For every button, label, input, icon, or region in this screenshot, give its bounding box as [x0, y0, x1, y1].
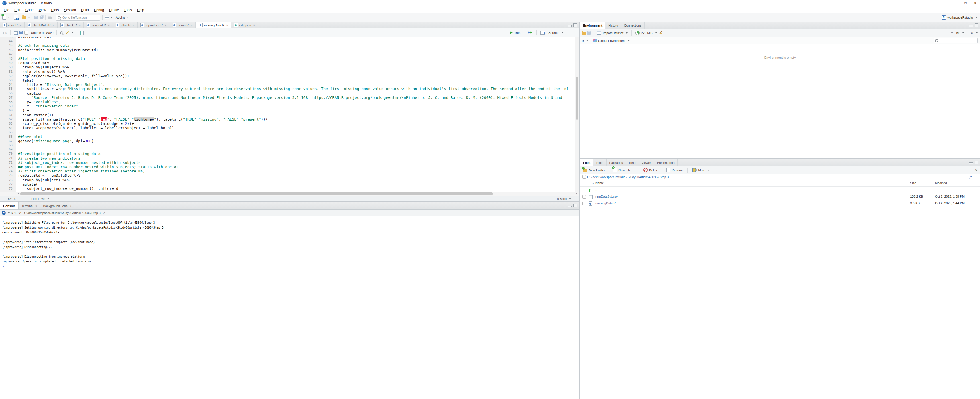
tab-connections[interactable]: Connections	[621, 22, 644, 29]
tab-help[interactable]: Help	[626, 159, 639, 166]
chevron-down-icon[interactable]	[628, 40, 630, 41]
column-name[interactable]: Name	[595, 181, 604, 185]
editor-vertical-scrollbar[interactable]	[575, 37, 579, 192]
code-editor[interactable]: 43dim(remDataStd)4445#Check for missing …	[0, 37, 579, 192]
close-icon[interactable]: ×	[69, 204, 71, 208]
new-file-icon[interactable]	[2, 15, 6, 20]
project-selector[interactable]: workspaceRstudio	[947, 16, 973, 19]
code-tools-icon[interactable]	[65, 31, 69, 35]
menu-file[interactable]: File	[1, 7, 12, 13]
maximize-window-button[interactable]: □	[961, 0, 970, 7]
editor-tab-reproduce-r[interactable]: reproduce.R×	[138, 22, 170, 28]
file-row-missingdata-r[interactable]: missingData.R3.5 KBOct 2, 2025, 1:44 PM	[580, 200, 980, 207]
tab-console[interactable]: Console	[0, 202, 19, 209]
workspace-panes-icon[interactable]	[105, 16, 109, 19]
close-icon[interactable]: ×	[53, 23, 54, 27]
tab-packages[interactable]: Packages	[606, 159, 626, 166]
files-rename-button[interactable]: Rename	[665, 168, 685, 172]
tab-plots[interactable]: Plots	[593, 159, 606, 166]
close-icon[interactable]: ×	[226, 23, 228, 27]
maximize-pane-icon[interactable]	[573, 204, 577, 207]
close-icon[interactable]: ×	[165, 23, 166, 27]
source-button[interactable]: Source	[549, 31, 558, 35]
tab-history[interactable]: History	[605, 22, 621, 29]
chevron-down-icon[interactable]	[8, 212, 10, 214]
forward-icon[interactable]: ▸	[6, 31, 7, 35]
menu-debug[interactable]: Debug	[91, 7, 107, 13]
close-icon[interactable]: ×	[133, 23, 134, 27]
print-icon[interactable]	[48, 17, 52, 19]
goto-file-function-box[interactable]	[56, 14, 100, 21]
tab-files[interactable]: Files	[580, 159, 593, 166]
import-dataset-button[interactable]: Import Dataset	[596, 31, 629, 35]
tab-background-jobs[interactable]: Background Jobs×	[40, 202, 74, 209]
menu-build[interactable]: Build	[79, 7, 91, 13]
back-icon[interactable]: ◂	[2, 31, 4, 35]
close-icon[interactable]: ×	[108, 23, 110, 27]
editor-tab-missingdata-r[interactable]: missingData.R×	[196, 22, 231, 28]
breadcrumb-checkbox[interactable]	[582, 175, 586, 179]
save-document-icon[interactable]	[19, 31, 23, 35]
environment-selector[interactable]: Global Environment	[598, 39, 625, 43]
editor-tab-conc-r[interactable]: conc.R×	[0, 22, 25, 28]
rerun-icon[interactable]	[528, 31, 533, 35]
minimize-pane-icon[interactable]	[969, 25, 973, 27]
source-on-save-checkbox[interactable]	[24, 31, 28, 35]
file-row-remdatastd-csv[interactable]: remDataStd.csv135.2 KBOct 2, 2025, 1:39 …	[580, 193, 980, 200]
file-checkbox[interactable]	[582, 195, 586, 199]
minimize-pane-icon[interactable]	[969, 163, 973, 164]
chevron-down-icon[interactable]	[586, 40, 588, 41]
files-new-folder-button[interactable]: New Folder	[582, 168, 606, 172]
close-icon[interactable]: ×	[79, 23, 81, 27]
close-icon[interactable]: ×	[20, 23, 21, 27]
menu-help[interactable]: Help	[134, 7, 147, 13]
load-workspace-icon[interactable]	[582, 32, 586, 35]
scrollbar-thumb[interactable]	[576, 77, 578, 120]
language-selector[interactable]: R	[582, 39, 584, 43]
chevron-down-icon[interactable]	[976, 32, 978, 34]
console-output[interactable]: [improverse] Switching Files pane to: C:…	[0, 216, 579, 399]
editor-tab-eda-json[interactable]: eda.json×	[231, 22, 258, 28]
column-modified[interactable]: Modified	[935, 181, 947, 185]
files-new-file-button[interactable]: New File	[612, 168, 636, 172]
breadcrumb-study00article-43096[interactable]: Study00Article-43096	[628, 175, 657, 179]
file-link[interactable]: missingData.R	[595, 201, 616, 205]
minimize-pane-icon[interactable]	[568, 25, 572, 27]
document-outline-icon[interactable]	[571, 31, 575, 35]
memory-usage-button[interactable]: 225 MiB	[634, 31, 658, 35]
scroll-left-icon[interactable]: ◂	[16, 192, 20, 196]
chevron-down-icon[interactable]	[562, 32, 563, 34]
column-size[interactable]: Size	[910, 181, 916, 185]
editor-horizontal-scrollbar[interactable]: ◂ ▸	[0, 192, 579, 196]
chevron-down-icon[interactable]	[963, 32, 964, 34]
menu-edit[interactable]: Edit	[12, 7, 23, 13]
compile-report-icon[interactable]	[80, 31, 84, 35]
save-all-icon[interactable]	[40, 16, 43, 19]
chevron-down-icon[interactable]	[975, 17, 977, 18]
scroll-right-icon[interactable]: ▸	[575, 192, 579, 196]
menu-view[interactable]: View	[36, 7, 49, 13]
breadcrumb-more[interactable]: ...	[975, 175, 978, 179]
close-window-button[interactable]: ×	[970, 0, 980, 7]
menu-plots[interactable]: Plots	[49, 7, 62, 13]
scope-indicator[interactable]: (Top Level)	[31, 197, 46, 200]
goto-file-function-input[interactable]	[62, 15, 97, 19]
save-workspace-icon[interactable]	[587, 31, 590, 35]
files-delete-button[interactable]: Delete	[642, 168, 660, 172]
editor-tab-checkdata-r[interactable]: checkData.R×	[25, 22, 57, 28]
close-icon[interactable]: ×	[191, 23, 192, 27]
breadcrumb-workspacerstudio[interactable]: workspaceRstudio	[600, 175, 625, 179]
go-to-directory-icon[interactable]: ↗	[103, 211, 105, 215]
breadcrumb-c-[interactable]: C:	[587, 175, 590, 179]
editor-tab-concent-r[interactable]: concent.R×	[84, 22, 113, 28]
chevron-down-icon[interactable]	[8, 17, 10, 18]
list-view-button[interactable]: List	[955, 31, 959, 35]
console-prompt-line[interactable]: >	[2, 264, 579, 269]
chevron-down-icon[interactable]	[28, 17, 30, 18]
breadcrumb-dev[interactable]: dev	[593, 175, 598, 179]
maximize-pane-icon[interactable]	[975, 23, 978, 27]
close-icon[interactable]: ×	[253, 23, 255, 27]
file-row--[interactable]: ..	[580, 187, 980, 193]
refresh-icon[interactable]: ↻	[970, 31, 973, 35]
new-project-icon[interactable]	[14, 15, 18, 20]
